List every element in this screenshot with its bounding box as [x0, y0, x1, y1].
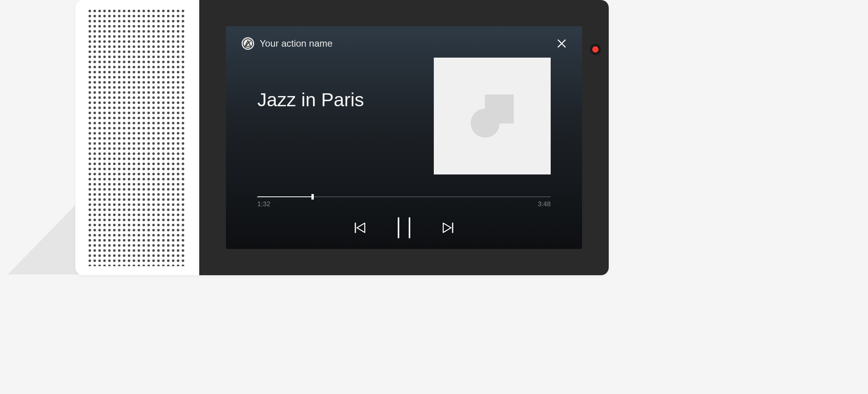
album-art — [434, 58, 551, 174]
speaker-grille — [75, 0, 199, 275]
next-button[interactable] — [440, 220, 456, 236]
progress-thumb — [311, 194, 314, 200]
action-logo-icon — [242, 37, 254, 50]
progress-section: 1:32 3:48 — [257, 196, 551, 208]
header-left: Your action name — [242, 37, 333, 50]
next-icon — [442, 222, 454, 234]
recording-indicator-icon — [590, 44, 601, 55]
time-labels: 1:32 3:48 — [257, 200, 551, 208]
media-player: Your action name Jazz in Paris — [226, 26, 582, 249]
play-pause-button[interactable] — [396, 220, 412, 236]
album-art-placeholder-icon — [471, 94, 514, 138]
pause-icon — [398, 217, 410, 238]
player-header: Your action name — [242, 37, 566, 50]
previous-icon — [354, 222, 366, 234]
svg-rect-1 — [88, 9, 186, 266]
action-logo-inner-icon — [244, 40, 251, 47]
progress-bar[interactable] — [257, 196, 551, 197]
previous-button[interactable] — [352, 220, 368, 236]
progress-fill — [257, 196, 313, 197]
player-body: Jazz in Paris — [257, 86, 551, 174]
device-shadow — [8, 202, 78, 274]
playback-controls — [226, 220, 582, 236]
elapsed-time: 1:32 — [257, 200, 270, 208]
track-title: Jazz in Paris — [257, 89, 364, 111]
smart-display-device: Your action name Jazz in Paris — [75, 0, 609, 275]
speaker-dots-icon — [88, 9, 186, 266]
total-time: 3:48 — [538, 200, 551, 208]
screen-area: Your action name Jazz in Paris — [199, 0, 609, 275]
close-button[interactable] — [557, 39, 566, 48]
close-icon — [557, 39, 566, 48]
action-name-label: Your action name — [260, 38, 333, 49]
